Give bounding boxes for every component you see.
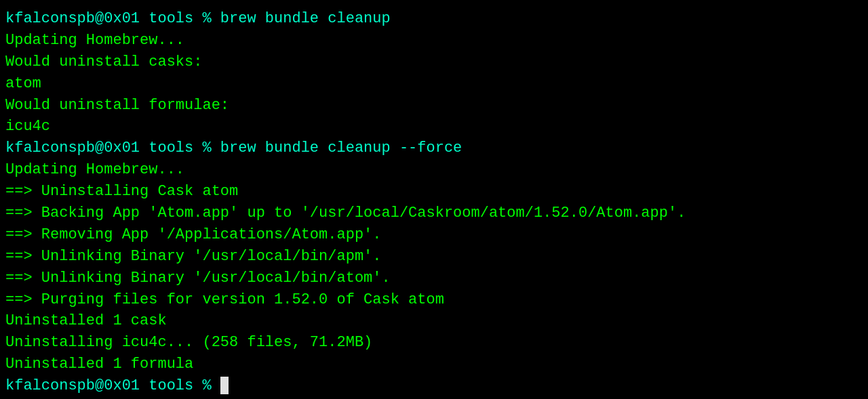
terminal-line: atom bbox=[5, 73, 863, 95]
terminal-window: kfalconspb@0x01 tools % brew bundle clea… bbox=[5, 8, 863, 397]
terminal-line: Uninstalling icu4c... (258 files, 71.2MB… bbox=[5, 332, 863, 354]
terminal-line: Updating Homebrew... bbox=[5, 159, 863, 181]
terminal-line: Would uninstall formulae: bbox=[5, 95, 863, 117]
terminal-line: ==> Backing App 'Atom.app' up to '/usr/l… bbox=[5, 203, 863, 224]
terminal-line: Would uninstall casks: bbox=[5, 51, 863, 73]
terminal-line: icu4c bbox=[5, 116, 863, 138]
terminal-line: kfalconspb@0x01 tools % brew bundle clea… bbox=[5, 138, 863, 159]
terminal-line: Updating Homebrew... bbox=[5, 30, 863, 51]
terminal-line: Uninstalled 1 cask bbox=[5, 310, 863, 332]
terminal-line: ==> Removing App '/Applications/Atom.app… bbox=[5, 224, 863, 246]
terminal-line: kfalconspb@0x01 tools % brew bundle clea… bbox=[5, 8, 863, 30]
terminal-line: kfalconspb@0x01 tools % bbox=[5, 375, 863, 397]
terminal-line: ==> Uninstalling Cask atom bbox=[5, 181, 863, 203]
terminal-line: ==> Unlinking Binary '/usr/local/bin/ato… bbox=[5, 268, 863, 289]
terminal-cursor bbox=[220, 377, 229, 394]
terminal-line: ==> Unlinking Binary '/usr/local/bin/apm… bbox=[5, 246, 863, 268]
terminal-line: ==> Purging files for version 1.52.0 of … bbox=[5, 289, 863, 311]
terminal-line: Uninstalled 1 formula bbox=[5, 354, 863, 375]
